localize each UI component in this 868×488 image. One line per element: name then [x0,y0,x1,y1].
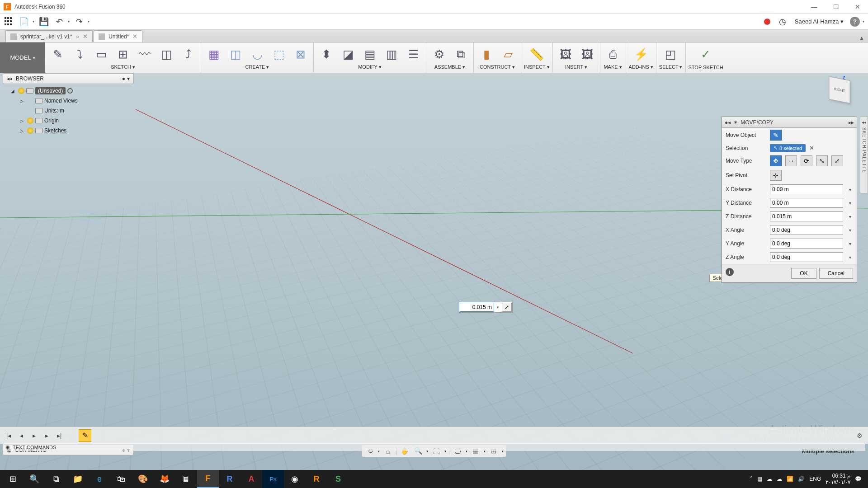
revolve-icon[interactable]: ◡ [247,45,267,63]
decal-icon[interactable]: 🖼 [556,45,576,63]
pattern-icon[interactable]: ⊠ [291,45,311,63]
set-pivot-icon[interactable]: ⊹ [770,170,782,181]
translate-icon[interactable]: ↔ [785,155,797,166]
mirror-icon[interactable]: ◫ [156,45,176,63]
panel-header[interactable]: ●◂ ✶ MOVE/COPY ▸▸ [722,117,857,128]
close-button[interactable]: ✕ [851,2,864,11]
language-indicator[interactable]: ENG [809,476,821,482]
timeline-end-icon[interactable]: ▸| [54,431,64,441]
gear-icon[interactable]: ✶ [733,119,738,126]
print3d-icon[interactable]: ⎙ [603,45,623,63]
close-icon[interactable]: ✕ [132,33,137,40]
user-menu[interactable]: Saeed Al-Hamza ▾ [792,18,846,25]
record-icon[interactable] [764,19,770,25]
shell-icon[interactable]: ▤ [360,45,380,63]
taskview-icon[interactable]: ⧉ [45,470,67,488]
free-move-icon[interactable]: ✥ [770,155,782,166]
expand-tabs-icon[interactable]: ▴ [860,33,868,42]
chevron-down-icon[interactable]: ▾ [847,255,853,260]
align-icon[interactable]: ☰ [403,45,423,63]
stop-sketch-icon[interactable]: ✓ [696,46,716,64]
chevron-down-icon[interactable]: ▾ [847,201,853,206]
volume-icon[interactable]: 🔊 [798,476,805,482]
plane-icon[interactable]: ▮ [476,45,496,63]
autocad-icon[interactable]: A [241,470,262,488]
dimension-input[interactable] [460,303,494,312]
photoshop-icon[interactable]: Ps [262,470,284,488]
search-icon[interactable]: 🔍 [24,470,45,488]
tray-icon[interactable]: ▤ [757,476,762,482]
ok-button[interactable]: OK [791,268,816,279]
x-angle-input[interactable] [770,225,843,235]
fillet-icon[interactable]: ◪ [338,45,358,63]
calculator-icon[interactable]: 🖩 [175,470,197,488]
rectangle-icon[interactable]: ▭ [91,45,111,63]
text-commands-bar[interactable]: ◉ TEXT COMMANDS [3,443,865,451]
app-icon[interactable]: S [327,470,349,488]
line-icon[interactable]: ⤵ [70,45,90,63]
chevron-down-icon[interactable]: ▾ [847,187,853,192]
tray-chevron-icon[interactable]: ˄ [750,476,753,482]
close-icon[interactable]: ✕ [83,33,88,40]
revit-icon[interactable]: R [219,470,241,488]
onedrive-icon[interactable]: ☁ [767,476,772,482]
clock-icon[interactable]: ◷ [777,16,788,28]
workspace-model-button[interactable]: MODEL ▾ [0,42,45,73]
explorer-icon[interactable]: 📁 [67,470,89,488]
clock[interactable]: 06:31 م ٢٠١٧/٠١/٠٧ [826,473,850,486]
notifications-icon[interactable]: 💬 [855,476,862,482]
timeline-start-icon[interactable]: |◂ [4,431,14,441]
redo-icon[interactable]: ↷ [73,16,85,28]
x-distance-input[interactable] [770,184,843,194]
maximize-button[interactable]: ☐ [829,2,843,11]
info-icon[interactable]: i [726,268,734,276]
canvas-icon[interactable]: 🖼 [577,45,597,63]
chevron-down-icon[interactable]: ▾ [847,228,853,233]
viewcube[interactable]: Z RIGHT [827,78,859,109]
arc-icon[interactable]: ⤴ [178,45,198,63]
joint-icon[interactable]: ⚙ [429,45,449,63]
point-to-position-icon[interactable]: ⤢ [831,155,843,166]
timeline-fwd-icon[interactable]: ▸ [42,431,52,441]
help-button[interactable]: ? [850,17,860,27]
start-button[interactable]: ⊞ [2,470,24,488]
wifi-icon[interactable]: 📶 [787,476,793,482]
fusion-icon[interactable]: F [197,470,219,488]
timeline-sketch-feature[interactable]: ✎ [79,429,91,442]
timeline-settings-icon[interactable]: ⚙ [854,431,864,441]
cloud-icon[interactable]: ☁ [777,476,782,482]
chevron-down-icon[interactable]: ▾ [847,241,853,246]
store-icon[interactable]: 🛍 [110,470,132,488]
file-menu-icon[interactable]: 📄 [18,16,30,28]
cancel-button[interactable]: Cancel [819,268,853,279]
extrude-icon[interactable]: ◫ [226,45,245,63]
chevron-down-icon[interactable]: ▾ [847,214,853,219]
clear-selection-icon[interactable]: ✕ [809,145,814,151]
select-icon[interactable]: ◰ [661,45,681,63]
app-icon[interactable]: R [306,470,327,488]
scripts-icon[interactable]: ⚡ [631,45,651,63]
dimension-input-floater[interactable]: ▾ ⤢ [459,302,513,313]
dimension-icon[interactable]: ⊞ [113,45,133,63]
app-grid-button[interactable] [4,16,14,27]
chevron-down-icon[interactable]: ▾ [496,305,500,310]
filter-icon[interactable]: ✎ [770,130,782,141]
minimize-button[interactable]: — [807,2,821,11]
collapse-icon[interactable]: ●◂ [725,119,731,126]
spline-icon[interactable]: 〰 [135,45,155,63]
timeline-play-icon[interactable]: ▸ [29,431,39,441]
timeline-back-icon[interactable]: ◂ [16,431,26,441]
steam-icon[interactable]: ◉ [284,470,306,488]
rotate-icon[interactable]: ⟳ [801,155,812,166]
expand-icon[interactable]: ▸▸ [849,119,854,126]
axis-icon[interactable]: ▱ [498,45,518,63]
tab-untitled[interactable]: Untitled* ✕ [94,30,142,42]
viewcube-face[interactable]: RIGHT [829,76,850,103]
y-distance-input[interactable] [770,198,843,208]
system-tray[interactable]: ˄ ▤ ☁ ☁ 📶 🔊 ENG 06:31 م ٢٠١٧/٠١/٠٧ 💬 [745,473,866,486]
selection-badge[interactable]: ↖8 selected [770,144,806,152]
z-distance-input[interactable] [770,211,843,221]
z-angle-input[interactable] [770,252,843,262]
presspull-icon[interactable]: ⬍ [316,45,336,63]
sketch-geometry[interactable]: 0.013 [0,73,136,141]
